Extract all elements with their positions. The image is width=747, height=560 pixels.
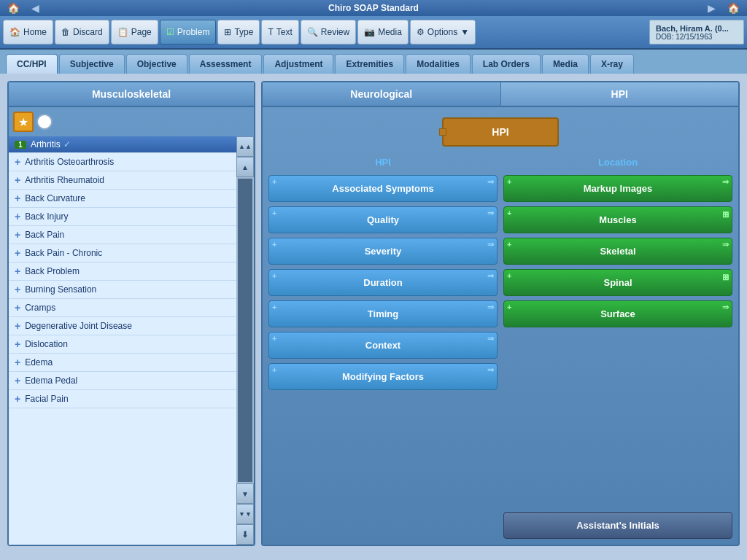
problem-icon: ☑ bbox=[166, 27, 174, 37]
options-button[interactable]: ⚙ Options ▼ bbox=[410, 20, 476, 44]
item-label: Edema bbox=[25, 357, 53, 368]
list-item[interactable]: + Back Pain bbox=[9, 226, 236, 244]
list-item[interactable]: + Cramps bbox=[9, 299, 236, 317]
list-item[interactable]: + Facial Pain bbox=[9, 390, 236, 408]
type-button[interactable]: ⊞ Type bbox=[217, 20, 260, 44]
item-label: Cramps bbox=[25, 303, 55, 313]
quality-button[interactable]: Quality bbox=[268, 206, 498, 233]
top-nav-arrows: 🏠 ◀ ▶ 🏠 bbox=[0, 2, 747, 14]
main-content: Musculoskeletal ★ 1 Arthritis ✓ + Arthri… bbox=[0, 74, 747, 553]
discard-button[interactable]: 🗑 Discard bbox=[55, 20, 109, 44]
item-label: Degenerative Joint Disease bbox=[25, 321, 132, 331]
scroll-end-button[interactable]: ⬇ bbox=[236, 524, 254, 545]
tab-extremities[interactable]: Extremities bbox=[335, 54, 404, 74]
nav-arrow-right[interactable]: ▶ bbox=[708, 2, 716, 14]
list-item[interactable]: + Degenerative Joint Disease bbox=[9, 317, 236, 335]
user-name: Bach, Hiram A. (0... bbox=[656, 24, 738, 33]
review-button[interactable]: 🔍 Review bbox=[301, 20, 356, 44]
hpi-columns: HPI Associated Symptoms Quality Severity… bbox=[268, 154, 732, 539]
problem-button[interactable]: ☑ Problem bbox=[160, 20, 217, 44]
spinal-button[interactable]: Spinal ⊞ bbox=[503, 269, 732, 296]
tab-modalities[interactable]: Modalities bbox=[406, 54, 471, 74]
home-button[interactable]: 🏠 Home bbox=[3, 20, 53, 44]
modifying-factors-button[interactable]: Modifying Factors bbox=[268, 363, 498, 390]
nav-home-icon-left[interactable]: 🏠 bbox=[7, 2, 20, 14]
right-panel: Neurological HPI HPI HPI bbox=[261, 81, 740, 546]
scroll-down-button[interactable]: ▼ bbox=[236, 483, 254, 504]
item-label: Back Problem bbox=[25, 266, 80, 276]
add-icon: + bbox=[15, 320, 20, 332]
main-tab-row: CC/HPI Subjective Objective Assessment A… bbox=[0, 50, 747, 74]
list-item[interactable]: + Edema bbox=[9, 354, 236, 372]
hpi-column: HPI Associated Symptoms Quality Severity… bbox=[268, 154, 498, 539]
item-label: Back Pain bbox=[25, 230, 64, 240]
scroll-controls: ▲▲ ▲ ▼ ▼▼ ⬇ bbox=[236, 136, 254, 545]
user-info-panel: Bach, Hiram A. (0... DOB: 12/15/1963 bbox=[649, 20, 744, 44]
associated-symptoms-button[interactable]: Associated Symptoms bbox=[268, 175, 498, 202]
circle-button[interactable] bbox=[36, 114, 53, 130]
scroll-bottom-button[interactable]: ▼▼ bbox=[236, 504, 254, 524]
list-item[interactable]: + Back Pain - Chronic bbox=[9, 244, 236, 262]
add-icon: + bbox=[15, 174, 20, 186]
list-item[interactable]: + Arthritis Osteoarthrosis bbox=[9, 153, 236, 171]
text-button[interactable]: T Text bbox=[261, 20, 298, 44]
options-icon: ⚙ bbox=[417, 27, 425, 37]
condition-list: 1 Arthritis ✓ + Arthritis Osteoarthrosis… bbox=[9, 136, 236, 545]
add-icon: + bbox=[15, 302, 20, 314]
markup-images-button[interactable]: Markup Images bbox=[503, 175, 732, 202]
home-icon: 🏠 bbox=[9, 27, 20, 37]
context-button[interactable]: Context bbox=[268, 332, 498, 359]
left-panel-header: Musculoskeletal bbox=[9, 82, 254, 107]
list-controls: ★ bbox=[9, 107, 254, 136]
right-panel-tabs: Neurological HPI bbox=[263, 82, 738, 107]
tab-adjustment[interactable]: Adjustment bbox=[263, 54, 333, 74]
timing-button[interactable]: Timing bbox=[268, 300, 498, 327]
item-label: Back Pain - Chronic bbox=[25, 248, 102, 258]
page-icon: 📋 bbox=[117, 27, 128, 37]
tab-cc-hpi[interactable]: CC/HPI bbox=[6, 54, 58, 74]
tab-objective[interactable]: Objective bbox=[126, 54, 187, 74]
severity-button[interactable]: Severity bbox=[268, 238, 498, 265]
list-item[interactable]: + Edema Pedal bbox=[9, 372, 236, 390]
list-item[interactable]: + Back Problem bbox=[9, 262, 236, 281]
tab-subjective[interactable]: Subjective bbox=[59, 54, 125, 74]
list-item[interactable]: 1 Arthritis ✓ bbox=[9, 136, 236, 153]
surface-button[interactable]: Surface bbox=[503, 300, 732, 327]
page-button[interactable]: 📋 Page bbox=[111, 20, 158, 44]
add-icon: + bbox=[15, 156, 20, 168]
skeletal-button[interactable]: Skeletal bbox=[503, 238, 732, 265]
tab-x-ray[interactable]: X-ray bbox=[590, 54, 634, 74]
nav-arrow-left[interactable]: ◀ bbox=[31, 2, 39, 14]
scroll-top-button[interactable]: ▲▲ bbox=[236, 136, 254, 157]
list-item[interactable]: + Back Injury bbox=[9, 208, 236, 226]
list-container: 1 Arthritis ✓ + Arthritis Osteoarthrosis… bbox=[9, 136, 254, 545]
scroll-thumb[interactable] bbox=[238, 179, 252, 482]
muscles-button[interactable]: Muscles ⊞ bbox=[503, 206, 732, 233]
media-button[interactable]: 📷 Media bbox=[357, 20, 409, 44]
tab-lab-orders[interactable]: Lab Orders bbox=[472, 54, 541, 74]
item-label: Facial Pain bbox=[25, 394, 68, 404]
add-icon: + bbox=[15, 211, 20, 222]
media-icon: 📷 bbox=[364, 27, 375, 37]
item-label: Edema Pedal bbox=[25, 376, 77, 386]
duration-button[interactable]: Duration bbox=[268, 269, 498, 296]
scroll-up-button[interactable]: ▲ bbox=[236, 157, 254, 177]
tab-assessment[interactable]: Assessment bbox=[189, 54, 263, 74]
top-nav-bar: 🏠 ◀ ▶ 🏠 Chiro SOAP Standard bbox=[0, 0, 747, 16]
favorites-button[interactable]: ★ bbox=[13, 112, 34, 132]
check-icon: ✓ bbox=[63, 139, 71, 149]
location-column: Location Markup Images Muscles ⊞ Skeleta… bbox=[503, 154, 732, 539]
tab-neurological[interactable]: Neurological bbox=[263, 82, 501, 107]
tab-hpi[interactable]: HPI bbox=[501, 82, 739, 107]
list-item[interactable]: + Burning Sensation bbox=[9, 281, 236, 299]
list-item[interactable]: + Dislocation bbox=[9, 335, 236, 354]
tab-media[interactable]: Media bbox=[542, 54, 589, 74]
item-label: Back Curvature bbox=[25, 193, 85, 203]
main-toolbar: 🏠 Home 🗑 Discard 📋 Page ☑ Problem ⊞ Type… bbox=[0, 16, 747, 50]
nav-home-icon-right[interactable]: 🏠 bbox=[727, 2, 740, 14]
list-item[interactable]: + Arthritis Rheumatoid bbox=[9, 171, 236, 190]
assistants-initials-button[interactable]: Assistant's Initials bbox=[503, 512, 732, 539]
item-label: Back Injury bbox=[25, 211, 68, 222]
list-item[interactable]: + Back Curvature bbox=[9, 190, 236, 208]
review-icon: 🔍 bbox=[307, 27, 318, 37]
